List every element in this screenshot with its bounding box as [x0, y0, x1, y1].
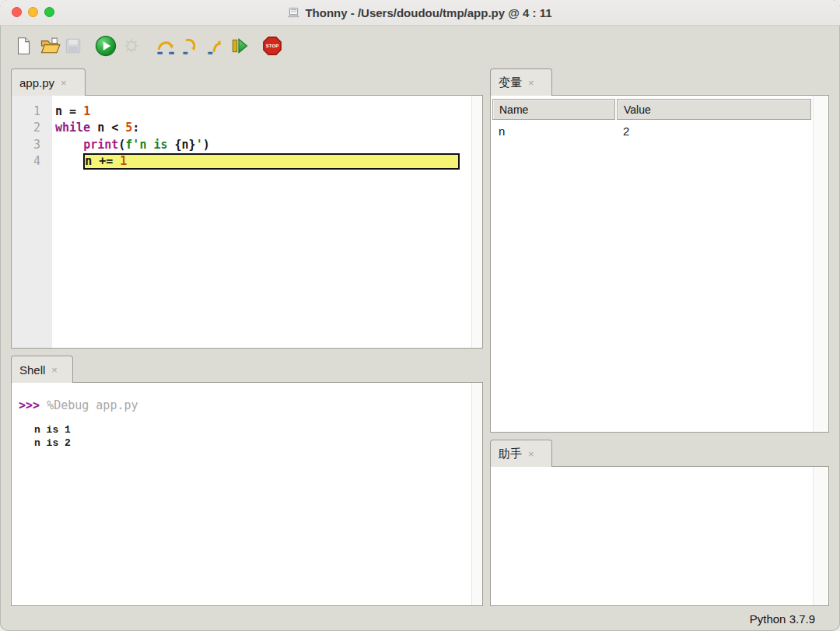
- tab-label: 助手: [499, 447, 522, 461]
- line-number: 2: [12, 121, 52, 135]
- close-window-button[interactable]: [12, 7, 22, 17]
- step-out-button[interactable]: [205, 34, 228, 58]
- variable-name: n: [492, 124, 615, 138]
- save-file-icon: [63, 36, 83, 56]
- save-file-button: [61, 34, 85, 58]
- app-icon: [288, 7, 299, 19]
- vertical-splitter[interactable]: [483, 68, 490, 606]
- step-into-button[interactable]: [180, 34, 203, 58]
- step-into-icon: [180, 35, 202, 57]
- tab-label: 变量: [499, 75, 522, 90]
- shell-output: n is 1 n is 2: [19, 423, 471, 450]
- variables-scrollbar[interactable]: [813, 96, 828, 432]
- resume-button[interactable]: [227, 34, 250, 58]
- tab-editor-app-py[interactable]: app.py ×: [11, 68, 86, 96]
- stop-button[interactable]: STOP: [261, 34, 284, 58]
- code-line: 1n = 1: [12, 103, 471, 120]
- open-file-icon: [39, 35, 61, 57]
- window-title-wrap: Thonny - /Users/doudou/tmp/app.py @ 4 : …: [288, 6, 551, 19]
- line-number: 3: [12, 138, 52, 152]
- assistant-pane: [490, 466, 829, 606]
- variables-table-header: Name Value: [492, 99, 811, 120]
- shell-command-line: >>> %Debug app.py: [19, 398, 471, 412]
- shell-content[interactable]: >>> %Debug app.py n is 1 n is 2: [19, 398, 471, 450]
- close-icon[interactable]: ×: [528, 449, 534, 459]
- zoom-window-button[interactable]: [44, 7, 54, 17]
- open-file-button[interactable]: [38, 34, 61, 58]
- editor-shell-splitter[interactable]: [11, 349, 483, 356]
- tab-label: Shell: [19, 363, 45, 377]
- interpreter-status[interactable]: Python 3.7.9: [750, 612, 815, 626]
- thonny-window: Thonny - /Users/doudou/tmp/app.py @ 4 : …: [0, 0, 840, 631]
- close-icon[interactable]: ×: [528, 78, 534, 88]
- close-icon[interactable]: ×: [51, 365, 58, 375]
- tab-assistant[interactable]: 助手 ×: [490, 440, 552, 467]
- step-out-icon: [205, 35, 227, 57]
- shell-pane[interactable]: >>> %Debug app.py n is 1 n is 2: [11, 382, 483, 606]
- debug-icon: [121, 36, 142, 56]
- svg-text:STOP: STOP: [266, 44, 278, 48]
- run-icon: [94, 34, 117, 58]
- new-file-button[interactable]: [12, 34, 35, 58]
- step-over-button[interactable]: [154, 34, 177, 58]
- editor-pane[interactable]: 1n = 12while n < 5:3 print(f'n is {n}')4…: [11, 95, 483, 349]
- new-file-icon: [13, 36, 33, 56]
- tab-label: app.py: [19, 76, 54, 89]
- tab-variables[interactable]: 变量 ×: [490, 68, 552, 96]
- column-header-value[interactable]: Value: [617, 99, 811, 120]
- variable-value: 2: [615, 124, 811, 138]
- line-number: 4: [12, 154, 52, 168]
- variables-assistant-splitter[interactable]: [490, 433, 829, 440]
- tab-shell[interactable]: Shell ×: [11, 356, 73, 383]
- variables-table-rows: n2: [492, 121, 811, 140]
- shell-prompt: >>>: [19, 398, 47, 412]
- code-line: 4 n += 1: [12, 153, 471, 170]
- resume-icon: [228, 35, 250, 57]
- debug-focus-line: n += 1: [83, 153, 460, 170]
- run-script-button[interactable]: [94, 34, 117, 58]
- debug-script-button: [120, 34, 143, 58]
- shell-scrollbar[interactable]: [471, 383, 482, 605]
- step-over-icon: [155, 35, 177, 57]
- assistant-scrollbar[interactable]: [813, 467, 828, 605]
- variables-pane: Name Value n2: [490, 95, 829, 433]
- minimize-window-button[interactable]: [28, 7, 38, 17]
- editor-scrollbar[interactable]: [471, 96, 482, 348]
- shell-command: %Debug app.py: [47, 398, 138, 412]
- stop-icon: STOP: [261, 35, 283, 57]
- title-bar[interactable]: Thonny - /Users/doudou/tmp/app.py @ 4 : …: [0, 0, 840, 26]
- window-title: Thonny - /Users/doudou/tmp/app.py @ 4 : …: [305, 6, 551, 19]
- line-number: 1: [12, 104, 52, 118]
- column-header-name[interactable]: Name: [492, 99, 615, 120]
- code-line: 2while n < 5:: [12, 120, 471, 137]
- close-icon[interactable]: ×: [61, 78, 67, 88]
- code-line: 3 print(f'n is {n}'): [12, 136, 471, 153]
- variable-row[interactable]: n2: [492, 121, 811, 140]
- editor-code-lines[interactable]: 1n = 12while n < 5:3 print(f'n is {n}')4…: [12, 103, 471, 170]
